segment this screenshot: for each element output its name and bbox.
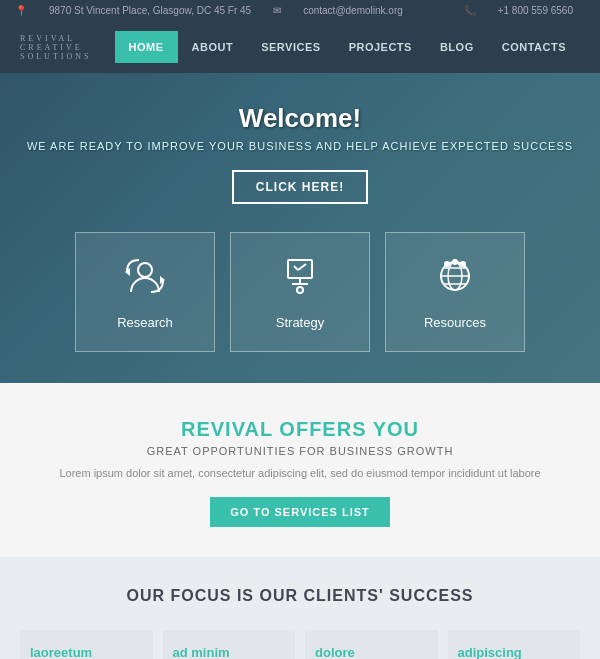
client-title: adipiscing <box>458 645 571 659</box>
phone-text: +1 800 559 6560 <box>498 5 573 16</box>
offers-title: REVIVAL OFFERS YOU <box>20 418 580 441</box>
logo-text: Revival <box>20 34 115 43</box>
phone-icon: 📞 <box>464 5 476 16</box>
svg-point-16 <box>460 261 466 267</box>
offers-section: REVIVAL OFFERS YOU GREAT OPPORTUNITIES F… <box>0 383 600 557</box>
hero-section: Welcome! WE ARE READY TO IMPROVE YOUR BU… <box>0 73 600 383</box>
client-item-adipiscing: adipiscing Aenean quis mattis magna. In … <box>448 630 581 659</box>
nav-item-projects[interactable]: PROJECTS <box>335 31 426 63</box>
clients-section: OUR FOCUS IS OUR CLIENTS' SUCCESS laoree… <box>0 557 600 659</box>
svg-point-6 <box>297 287 303 293</box>
feature-box-research[interactable]: Research <box>75 232 215 352</box>
offers-subtitle: GREAT OPPORTUNITIES FOR BUSINESS GROWTH <box>20 445 580 457</box>
svg-point-14 <box>444 261 450 267</box>
email-text: contact@demolink.org <box>303 5 403 16</box>
feature-boxes: Research Strategy Resources <box>20 232 580 352</box>
offers-cta-button[interactable]: GO TO SERVICES LIST <box>210 497 390 527</box>
feature-icon-research <box>123 254 167 303</box>
nav-item-about[interactable]: ABOUT <box>178 31 248 63</box>
main-nav: HOMEABOUTSERVICESPROJECTSBLOGCONTACTS <box>115 31 580 63</box>
address-icon: 📍 <box>15 5 27 16</box>
svg-point-15 <box>452 259 458 265</box>
client-title: ad minim <box>173 645 286 659</box>
clients-title: OUR FOCUS IS OUR CLIENTS' SUCCESS <box>20 587 580 605</box>
clients-grid: laoreetum Aenean quis mattis magna. In p… <box>20 630 580 659</box>
nav-item-home[interactable]: HOME <box>115 31 178 63</box>
feature-label-resources: Resources <box>424 315 486 330</box>
client-item-laoreetum: laoreetum Aenean quis mattis magna. In p… <box>20 630 153 659</box>
logo-sub: CREATIVE SOLUTIONS <box>20 43 115 61</box>
client-title: dolore <box>315 645 428 659</box>
nav-item-contacts[interactable]: CONTACTS <box>488 31 580 63</box>
svg-line-8 <box>298 264 306 270</box>
svg-point-0 <box>138 263 152 277</box>
logo[interactable]: Revival CREATIVE SOLUTIONS <box>20 34 115 61</box>
hero-title: Welcome! <box>239 103 361 134</box>
top-bar: 📍 9870 St Vincent Place, Glasgow, DC 45 … <box>0 0 600 21</box>
feature-label-strategy: Strategy <box>276 315 324 330</box>
feature-box-strategy[interactable]: Strategy <box>230 232 370 352</box>
feature-icon-resources <box>433 254 477 303</box>
nav-item-services[interactable]: SERVICES <box>247 31 334 63</box>
client-title: laoreetum <box>30 645 143 659</box>
feature-box-resources[interactable]: Resources <box>385 232 525 352</box>
top-bar-left: 📍 9870 St Vincent Place, Glasgow, DC 45 … <box>15 5 415 16</box>
client-item-dolore: dolore Aenean quis mattis magna. In pulv… <box>305 630 438 659</box>
nav-item-blog[interactable]: BLOG <box>426 31 488 63</box>
address-text: 9870 St Vincent Place, Glasgow, DC 45 Fr… <box>49 5 251 16</box>
feature-label-research: Research <box>117 315 173 330</box>
header: Revival CREATIVE SOLUTIONS HOMEABOUTSERV… <box>0 21 600 73</box>
client-item-ad-minim: ad minim Aenean quis mattis magna. In pu… <box>163 630 296 659</box>
feature-icon-strategy <box>278 254 322 303</box>
hero-cta-button[interactable]: CLICK HERE! <box>232 170 368 204</box>
svg-line-7 <box>294 266 298 270</box>
top-bar-right: 📞 +1 800 559 6560 <box>464 5 585 16</box>
offers-description: Lorem ipsum dolor sit amet, consectetur … <box>50 467 550 479</box>
hero-subtitle: WE ARE READY TO IMPROVE YOUR BUSINESS AN… <box>27 140 573 152</box>
email-icon: ✉ <box>273 5 281 16</box>
